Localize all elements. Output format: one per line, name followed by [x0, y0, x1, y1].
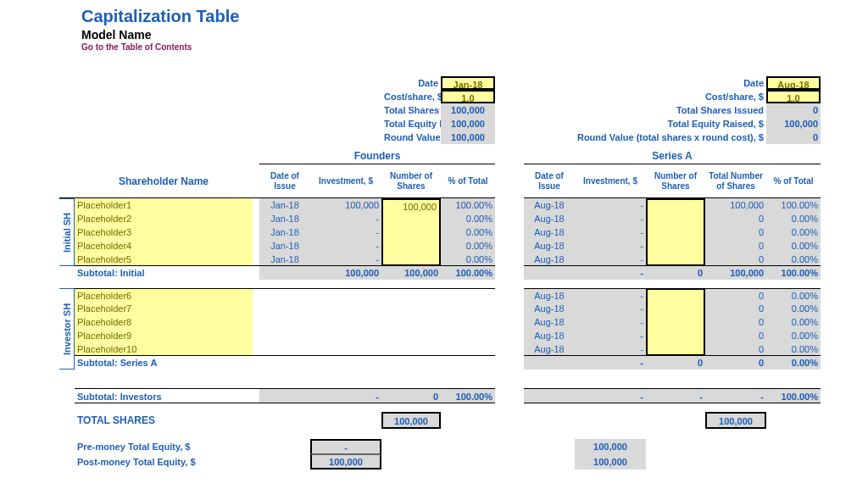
table-cell[interactable]: 100,000 — [381, 198, 441, 212]
founders-total-shares: 100,000 — [381, 412, 441, 429]
label-cost-a: Cost/share, $ — [524, 90, 766, 103]
subtotal-cell: - — [575, 388, 646, 403]
sh-name[interactable]: Placeholder2 — [75, 212, 253, 225]
subtotal-cell: 0 — [381, 388, 441, 403]
subtotal-cell: 100,000 — [705, 266, 766, 280]
toc-link[interactable]: Go to the Table of Contents — [81, 42, 868, 52]
sh-name[interactable]: Placeholder3 — [75, 225, 253, 239]
subtotal-cell: - — [575, 266, 646, 280]
seriesa-tsi: 0 — [766, 103, 821, 117]
subtotal-initial-label: Subtotal: Initial — [75, 266, 253, 280]
model-name: Model Name — [81, 28, 868, 42]
seriesa-rv: 0 — [766, 131, 821, 144]
table-cell: Aug-18 — [524, 198, 575, 212]
premoney-label: Pre-money Total Equity, $ — [75, 439, 253, 454]
seriesa-header: Series A — [524, 147, 821, 164]
col-shareholder: Shareholder Name — [75, 164, 253, 198]
sh-name[interactable]: Placeholder9 — [75, 329, 253, 342]
subtotal-seriesa-label: Subtotal: Series A — [75, 356, 253, 370]
label-tsi-a: Total Shares Issued — [524, 103, 766, 117]
investor-sh-label: Investor SH — [59, 288, 75, 370]
sh-name[interactable]: Placeholder6 — [75, 288, 253, 302]
col-pct-f: % of Total — [441, 164, 495, 198]
table-cell: 100,000 — [705, 198, 766, 212]
sh-name[interactable]: Placeholder8 — [75, 315, 253, 329]
subtotal-cell: 100.00% — [766, 388, 821, 403]
label-tsi-f: Total Shares Issued — [381, 103, 441, 117]
seriesa-cost[interactable]: 1.0 — [766, 90, 821, 103]
page-title: Capitalization Table — [81, 7, 868, 26]
subtotal-cell: 0.00% — [766, 356, 821, 370]
col-inv-a: Investment, $ — [575, 164, 646, 198]
label-date-f: Date — [381, 76, 441, 90]
subtotal-cell: 100,000 — [310, 266, 381, 280]
postmoney-label: Post-money Total Equity, $ — [75, 454, 253, 470]
subtotal-cell: 0 — [705, 356, 766, 370]
founders-premoney: - — [310, 439, 381, 454]
col-tnos-a: Total Number of Shares — [705, 164, 766, 198]
sh-name[interactable]: Placeholder7 — [75, 302, 253, 315]
label-ter-a: Total Equity Raised, $ — [524, 117, 766, 131]
founders-rv: 100,000 — [441, 131, 495, 144]
seriesa-date[interactable]: Aug-18 — [766, 76, 821, 90]
seriesa-ter: 100,000 — [766, 117, 821, 131]
subtotal-cell: 100.00% — [441, 266, 495, 280]
sh-name[interactable]: Placeholder10 — [75, 342, 253, 356]
table-cell[interactable] — [646, 198, 705, 212]
sh-name[interactable]: Placeholder4 — [75, 239, 253, 253]
cap-table: Date Jan-18 Date Aug-18 Cost/share, $ 1.… — [59, 76, 821, 470]
col-nos-a: Number of Shares — [646, 164, 705, 198]
subtotal-cell: 100.00% — [441, 388, 495, 403]
subtotal-cell: 100.00% — [766, 266, 821, 280]
total-shares-label: TOTAL SHARES — [75, 412, 253, 429]
table-cell: 100.00% — [766, 198, 821, 212]
subtotal-cell: 0 — [646, 266, 705, 280]
subtotal-cell: - — [575, 356, 646, 370]
subtotal-investors-label: Subtotal: Investors — [75, 388, 253, 403]
col-doi-f: Date of Issue — [259, 164, 310, 198]
founders-tsi: 100,000 — [441, 103, 495, 117]
seriesa-total-shares: 100,000 — [705, 412, 766, 429]
subtotal-cell: - — [705, 388, 766, 403]
label-date-a: Date — [524, 76, 766, 90]
label-cost-f: Cost/share, $ — [381, 90, 441, 103]
subtotal-cell: 0 — [646, 356, 705, 370]
founders-date[interactable]: Jan-18 — [441, 76, 495, 90]
col-doi-a: Date of Issue — [524, 164, 575, 198]
founders-postmoney: 100,000 — [310, 454, 381, 470]
subtotal-cell: 100,000 — [381, 266, 441, 280]
sh-name[interactable]: Placeholder5 — [75, 253, 253, 266]
col-pct-a: % of Total — [766, 164, 821, 198]
subtotal-cell: - — [646, 388, 705, 403]
founders-cost[interactable]: 1.0 — [441, 90, 495, 103]
label-ter-f: Total Equity Raised, $ — [381, 117, 441, 131]
seriesa-premoney: 100,000 — [575, 439, 646, 454]
col-inv-f: Investment, $ — [310, 164, 381, 198]
founders-header: Founders — [259, 147, 495, 164]
subtotal-cell: - — [310, 388, 381, 403]
table-cell: - — [575, 198, 646, 212]
col-nos-f: Number of Shares — [381, 164, 441, 198]
label-rv-f: Round Value (total shares x round cost),… — [381, 131, 441, 144]
seriesa-postmoney: 100,000 — [575, 454, 646, 470]
sh-name[interactable]: Placeholder1 — [75, 198, 253, 212]
table-cell: 100.00% — [441, 198, 495, 212]
table-cell: 100,000 — [310, 198, 381, 212]
founders-ter: 100,000 — [441, 117, 495, 131]
label-rv-a: Round Value (total shares x round cost),… — [524, 131, 766, 144]
table-cell: Jan-18 — [259, 198, 310, 212]
initial-sh-label: Initial SH — [59, 198, 75, 266]
